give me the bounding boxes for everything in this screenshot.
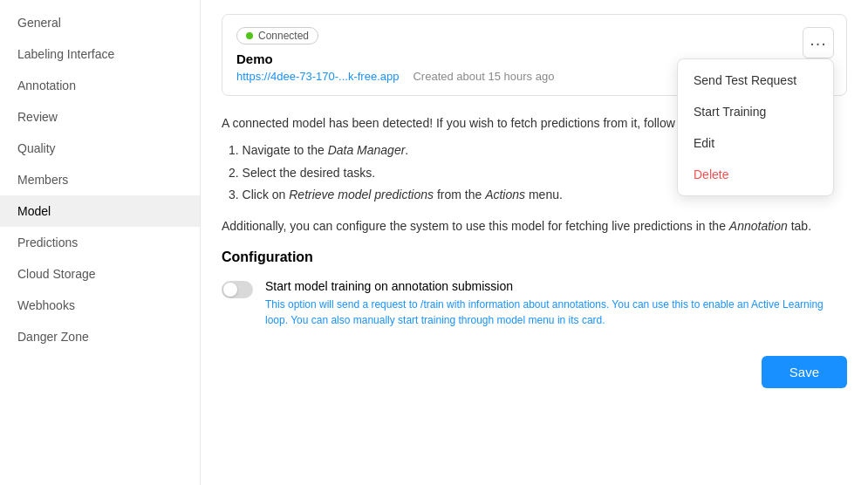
model-dropdown-menu: Send Test Request Start Training Edit De…	[677, 58, 834, 196]
model-card: Connected Demo https://4dee-73-170-...k-…	[222, 14, 847, 96]
toggle-knob	[223, 283, 237, 297]
connected-dot-icon	[246, 32, 253, 39]
sidebar-item-quality[interactable]: Quality	[0, 133, 200, 164]
training-toggle[interactable]	[222, 281, 253, 298]
save-button[interactable]: Save	[762, 356, 847, 388]
start-training-item[interactable]: Start Training	[678, 96, 833, 127]
configuration-section: Configuration Start model training on an…	[222, 249, 847, 388]
sidebar-item-labeling-interface[interactable]: Labeling Interface	[0, 38, 200, 70]
delete-item[interactable]: Delete	[678, 159, 833, 190]
sidebar-item-review[interactable]: Review	[0, 101, 200, 133]
save-button-wrapper: Save	[222, 356, 847, 388]
config-hint: This option will send a request to /trai…	[265, 297, 847, 328]
sidebar-item-general[interactable]: General	[0, 7, 200, 38]
configuration-title: Configuration	[222, 249, 847, 265]
send-test-request-item[interactable]: Send Test Request	[678, 65, 833, 96]
connected-badge: Connected	[236, 27, 318, 44]
sidebar-item-cloud-storage[interactable]: Cloud Storage	[0, 258, 200, 290]
three-dots-icon: ···	[810, 34, 827, 51]
config-toggle-row: Start model training on annotation submi…	[222, 279, 847, 328]
config-label: Start model training on annotation submi…	[265, 279, 847, 293]
sidebar-item-predictions[interactable]: Predictions	[0, 227, 200, 258]
sidebar-item-members[interactable]: Members	[0, 164, 200, 195]
edit-item[interactable]: Edit	[678, 127, 833, 159]
model-created: Created about 15 hours ago	[413, 70, 554, 83]
connected-label: Connected	[258, 30, 309, 42]
config-text: Start model training on annotation submi…	[265, 279, 847, 328]
model-url[interactable]: https://4dee-73-170-...k-free.app	[236, 70, 399, 83]
sidebar-item-model[interactable]: Model	[0, 195, 200, 227]
sidebar-item-webhooks[interactable]: Webhooks	[0, 290, 200, 321]
sidebar-item-annotation[interactable]: Annotation	[0, 70, 200, 101]
sidebar-item-danger-zone[interactable]: Danger Zone	[0, 321, 200, 352]
sidebar: General Labeling Interface Annotation Re…	[0, 0, 201, 485]
main-content: Connected Demo https://4dee-73-170-...k-…	[201, 0, 868, 485]
model-options-button[interactable]: ···	[803, 27, 834, 58]
